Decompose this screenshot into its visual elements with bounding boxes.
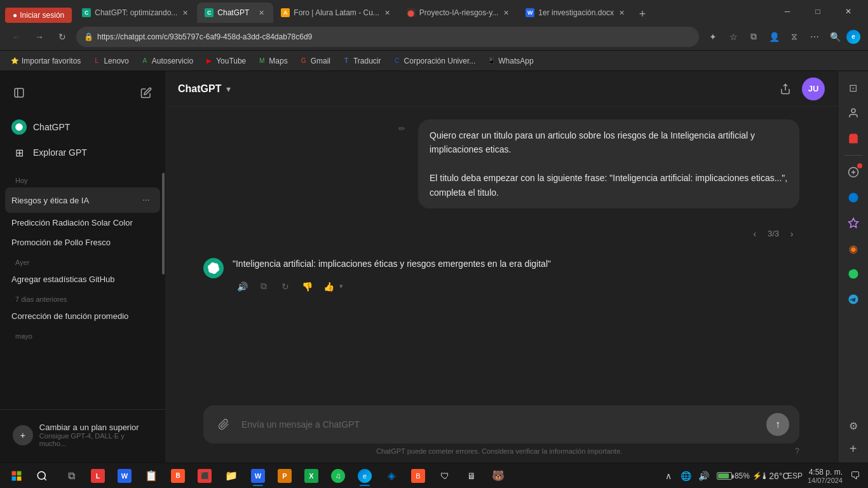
chat-share-button[interactable]: ⋯: [139, 193, 154, 208]
bookmark-youtube[interactable]: ▶ YouTube: [200, 54, 251, 68]
taskbar-app-brave[interactable]: B: [405, 464, 431, 487]
back-button[interactable]: ←: [8, 28, 25, 46]
regenerate-button[interactable]: ↻: [276, 277, 295, 296]
help-button[interactable]: ?: [795, 447, 799, 456]
chat-item-prediccion[interactable]: Predicción Radiación Solar Color: [5, 213, 160, 233]
sidebar-toggle-button[interactable]: [8, 81, 31, 104]
profile-button[interactable]: 👤: [765, 28, 783, 46]
bookmark-lenovo[interactable]: L Lenovo: [87, 54, 133, 68]
tab-proyecto[interactable]: ⬤ Proyecto-IA-riesgos-y... ✕: [399, 3, 518, 23]
rs-bag-button[interactable]: [842, 127, 865, 150]
bookmark-maps[interactable]: M Maps: [252, 54, 292, 68]
session-button[interactable]: ● Iniciar sesión: [5, 8, 72, 23]
tab-close-4[interactable]: ✕: [502, 8, 510, 18]
tab-alura[interactable]: A Foro | Alura Latam - Cu... ✕: [273, 3, 399, 23]
taskbar-app-word[interactable]: W: [112, 464, 137, 487]
forward-button[interactable]: →: [31, 28, 48, 46]
rs-telegram-button[interactable]: [842, 288, 865, 311]
tray-network-icon[interactable]: 🌐: [679, 468, 694, 484]
share-button[interactable]: [774, 78, 797, 100]
tab-close-2[interactable]: ✕: [257, 8, 266, 18]
taskbar-app-lenovo[interactable]: L: [85, 464, 111, 487]
more-actions-button[interactable]: 👍 ▾: [319, 277, 343, 296]
rs-feature1-button[interactable]: [842, 161, 865, 184]
taskbar-app-explorer[interactable]: 📁: [219, 464, 244, 487]
taskbar-app-vscode[interactable]: ◈: [379, 464, 404, 487]
notification-button[interactable]: 🗨: [848, 468, 863, 484]
attach-button[interactable]: [214, 414, 234, 435]
tab-close-1[interactable]: ✕: [181, 8, 189, 18]
taskbar-app-excel[interactable]: X: [299, 464, 324, 487]
start-button[interactable]: [5, 464, 28, 487]
tab-chatgpt-active[interactable]: C ChatGPT ✕: [197, 3, 273, 23]
taskbar-app-spotify[interactable]: ♫: [325, 464, 351, 487]
tray-expand-button[interactable]: ∧: [661, 468, 676, 484]
taskbar-app-network[interactable]: 🖥: [459, 464, 484, 487]
taskbar-app-edge[interactable]: e: [352, 464, 377, 487]
chat-item-github[interactable]: Agregar estadísticas GitHub: [5, 269, 160, 289]
refresh-button[interactable]: ↻: [53, 28, 71, 46]
upgrade-button[interactable]: + Cambiar a un plan superior Consigue GP…: [8, 417, 158, 452]
taskbar-right: ∧ 🌐 🔊 85% ⚡ 🌡 26°C ESP 4:58 p. m. 14/07/…: [661, 468, 863, 484]
chat-item-riesgos[interactable]: Riesgos y ética de IA ⋯: [5, 187, 160, 213]
new-chat-button[interactable]: [135, 81, 158, 104]
language-indicator[interactable]: ESP: [787, 471, 803, 480]
bookmark-whatsapp[interactable]: 📱 WhatsApp: [482, 54, 538, 68]
bookmark-gmail[interactable]: G Gmail: [294, 54, 336, 68]
tray-volume-icon[interactable]: 🔊: [696, 468, 712, 484]
rs-outlook-button[interactable]: [842, 186, 865, 209]
taskbar-app-bear[interactable]: 🐻: [485, 464, 511, 487]
favorites-button[interactable]: ☆: [724, 28, 742, 46]
rs-green-button[interactable]: [842, 262, 865, 285]
taskbar-app-app3[interactable]: 📋: [139, 464, 164, 487]
search-sidebar-button[interactable]: 🔍: [826, 28, 844, 46]
user-avatar-button[interactable]: JU: [802, 78, 825, 100]
rs-settings-button[interactable]: ⚙: [842, 414, 865, 437]
collections-button[interactable]: ⧖: [785, 28, 803, 46]
tab-word[interactable]: W 1er investigación.docx ✕: [518, 3, 634, 23]
tab-close-5[interactable]: ✕: [618, 8, 626, 18]
tab-close-3[interactable]: ✕: [383, 8, 391, 18]
speak-button[interactable]: 🔊: [233, 277, 252, 296]
clock[interactable]: 4:58 p. m. 14/07/2024: [808, 468, 843, 484]
battery-indicator[interactable]: 85% ⚡: [717, 471, 762, 480]
close-button[interactable]: ✕: [834, 0, 863, 23]
rs-profile-button[interactable]: [842, 102, 865, 125]
tab-groups-button[interactable]: ⧉: [745, 28, 763, 46]
chat-item-promocion[interactable]: Promoción de Pollo Fresco: [5, 233, 160, 252]
prev-page-button[interactable]: ‹: [747, 226, 763, 241]
edit-message-button[interactable]: ✏: [393, 119, 410, 137]
sidebar-item-explore[interactable]: ⊞ Explorar GPT: [5, 140, 160, 165]
bookmark-translate[interactable]: T Traducir: [337, 54, 386, 68]
chat-item-correccion[interactable]: Corrección de función promedio: [5, 306, 160, 326]
taskbar-app-torrent[interactable]: ⬛: [192, 464, 217, 487]
copy-button[interactable]: ⧉: [254, 277, 273, 296]
send-button[interactable]: ↑: [766, 413, 789, 436]
thumbs-down-button[interactable]: 👎: [297, 277, 316, 296]
rs-add-button[interactable]: +: [842, 437, 865, 460]
maximize-button[interactable]: □: [803, 0, 832, 23]
rs-redirect-button[interactable]: ◉: [842, 237, 865, 260]
temperature-indicator[interactable]: 🌡 26°C: [767, 468, 782, 484]
bookmark-import[interactable]: ⭐ Importar favoritos: [5, 54, 86, 68]
bookmark-autoservicio[interactable]: A Autoservicio: [135, 54, 198, 68]
url-bar[interactable]: 🔒 https://chatgpt.com/c/93b5797c-6af9-45…: [76, 27, 699, 47]
rs-extensions-button[interactable]: ⊡: [842, 76, 865, 99]
settings-button[interactable]: ⋯: [806, 28, 824, 46]
next-page-button[interactable]: ›: [784, 226, 799, 241]
sidebar-item-chatgpt[interactable]: ChatGPT: [5, 114, 160, 140]
taskbar-app-ppt[interactable]: P: [272, 464, 297, 487]
taskbar-app-vpn[interactable]: 🛡: [432, 464, 458, 487]
minimize-button[interactable]: ─: [773, 0, 802, 23]
taskbar-app-taskview[interactable]: ⧉: [58, 464, 84, 487]
taskbar-search-button[interactable]: [31, 464, 53, 487]
rs-copilot-button[interactable]: [842, 212, 865, 234]
taskbar-app-word2[interactable]: W: [245, 464, 271, 487]
taskbar-app-braveshield[interactable]: B: [165, 464, 191, 487]
new-tab-button[interactable]: +: [634, 5, 651, 23]
chat-title-chevron[interactable]: ▾: [226, 84, 231, 94]
bookmark-corporacion[interactable]: C Corporación Univer...: [388, 54, 481, 68]
message-textarea[interactable]: [241, 419, 759, 430]
tab-chatgpt-optimizing[interactable]: C ChatGPT: optimizando... ✕: [74, 3, 197, 23]
copilot-button[interactable]: ✦: [704, 28, 722, 46]
